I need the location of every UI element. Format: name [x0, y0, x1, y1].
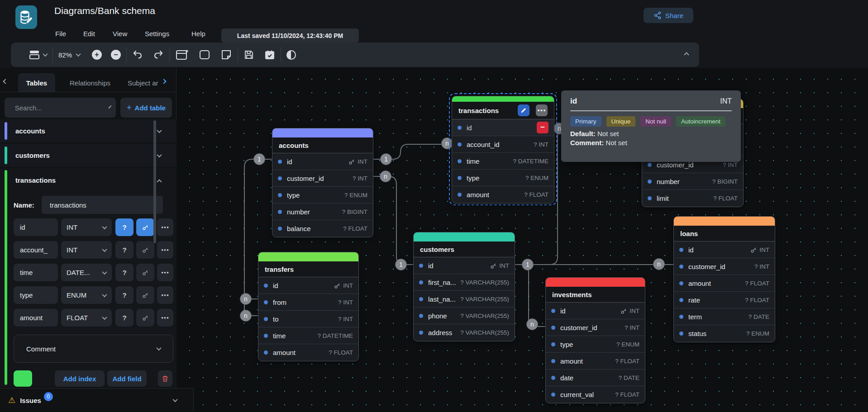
table-row[interactable]: from? INT [258, 294, 358, 311]
table-row[interactable]: to? INT [258, 311, 358, 327]
table-row[interactable]: term? DATE [674, 308, 775, 325]
table-row[interactable]: limit? FLOAT [642, 190, 743, 207]
primary-key-toggle[interactable] [136, 286, 154, 304]
table-row[interactable]: amount? FLOAT [452, 186, 554, 203]
delete-field-button[interactable]: − [537, 122, 548, 133]
zoom-out-button[interactable]: − [111, 50, 121, 60]
chevron-down-icon[interactable] [157, 128, 162, 133]
primary-key-toggle[interactable] [136, 264, 154, 281]
table-row[interactable]: id INT [414, 257, 515, 274]
table-row[interactable]: id INT [272, 153, 373, 170]
table-row[interactable]: amount? FLOAT [546, 353, 645, 369]
nullable-toggle[interactable]: ? [115, 286, 134, 304]
chevron-down-icon[interactable] [157, 152, 162, 157]
zoom-level-dropdown[interactable]: 82% [58, 51, 80, 59]
search-input[interactable] [15, 104, 105, 112]
menu-edit[interactable]: Edit [83, 30, 95, 38]
table-row[interactable]: customer_id? INT [546, 319, 645, 336]
menu-settings[interactable]: Settings [145, 30, 169, 38]
delete-table-button[interactable] [158, 370, 172, 387]
field-options-button[interactable]: ●●● [157, 286, 173, 304]
table-row[interactable]: number? BIGINT [272, 204, 373, 220]
table-name-input[interactable] [42, 196, 163, 214]
field-name-input[interactable]: account_ [14, 241, 58, 259]
chevron-down-icon[interactable] [172, 397, 177, 402]
field-type-select[interactable]: FLOAT [61, 309, 112, 327]
comment-collapse[interactable]: Comment [14, 335, 173, 363]
field-name-input[interactable]: amount [14, 309, 58, 327]
table-row[interactable]: time? DATETIME [452, 153, 554, 170]
table-row[interactable]: balance? FLOAT [272, 220, 373, 237]
primary-key-toggle[interactable] [136, 218, 154, 236]
table-menu-button[interactable]: ●●● [536, 104, 548, 116]
table-row[interactable]: time? DATETIME [258, 327, 358, 344]
table-row[interactable]: id INT [546, 303, 645, 319]
table-row-hovered[interactable]: id − [452, 119, 554, 136]
table-transactions[interactable]: transactions ●●● id − account_id? INT ti… [452, 96, 554, 204]
redo-button[interactable] [153, 49, 164, 60]
field-type-select[interactable]: DATE... [61, 264, 112, 281]
sidebar-scrollbar[interactable] [153, 120, 156, 243]
table-row[interactable]: type? ENUM [272, 187, 373, 204]
table-row[interactable]: current_val? FLOAT [546, 386, 645, 403]
add-note-button[interactable] [220, 49, 232, 61]
field-type-select[interactable]: INT [61, 218, 112, 236]
nullable-toggle[interactable]: ? [115, 218, 134, 236]
tab-relationships[interactable]: Relationships [61, 73, 119, 92]
table-row[interactable]: first_na...? VARCHAR(255) [414, 274, 515, 291]
table-transfers[interactable]: transfers id INT from? INT to? INT time?… [258, 252, 359, 361]
table-row[interactable]: id INT [258, 277, 358, 294]
table-row[interactable]: amount? FLOAT [674, 275, 775, 292]
save-button[interactable] [243, 49, 254, 60]
theme-toggle-button[interactable] [286, 50, 296, 60]
table-row[interactable]: id INT [674, 242, 775, 258]
add-field-button[interactable]: Add field [107, 370, 147, 387]
primary-key-toggle[interactable] [136, 309, 154, 327]
table-row[interactable]: phone? VARCHAR(255) [414, 308, 515, 324]
add-table-button[interactable]: + Add table [120, 98, 172, 118]
sidebar-item-label[interactable]: transactions [15, 168, 56, 192]
add-index-button[interactable]: Add index [55, 370, 105, 387]
field-options-button[interactable]: ●●● [157, 264, 173, 281]
table-row[interactable]: number? BIGINT [642, 173, 743, 190]
table-row[interactable]: customer_id? INT [674, 258, 775, 275]
layout-menu-button[interactable] [29, 50, 47, 60]
tab-subject-areas[interactable]: Subject ar [128, 73, 162, 92]
table-row[interactable]: rate? FLOAT [674, 292, 775, 308]
primary-key-toggle[interactable] [136, 241, 154, 259]
tab-tables[interactable]: Tables [18, 73, 55, 92]
field-options-button[interactable]: ●●● [157, 218, 173, 236]
nullable-toggle[interactable]: ? [115, 309, 134, 327]
table-row[interactable]: date? DATE [546, 369, 645, 386]
table-row[interactable]: customer_id? INT [272, 170, 373, 187]
nullable-toggle[interactable]: ? [115, 264, 134, 281]
table-accounts[interactable]: accounts id INT customer_id? INT type? E… [272, 128, 373, 237]
table-row[interactable]: amount? FLOAT [258, 344, 358, 361]
sidebar-item-accounts[interactable]: accounts [0, 119, 176, 142]
chevron-up-icon[interactable] [157, 179, 162, 184]
add-area-button[interactable] [199, 49, 210, 60]
table-row[interactable]: type? ENUM [452, 170, 554, 186]
table-color-swatch[interactable] [14, 370, 32, 387]
table-loans[interactable]: loans id INT customer_id? INT amount? FL… [673, 216, 775, 342]
search-combobox[interactable] [5, 98, 116, 118]
add-table-tool-button[interactable] [175, 49, 189, 61]
field-type-select[interactable]: INT [61, 241, 112, 259]
nullable-toggle[interactable]: ? [115, 241, 134, 259]
field-name-input[interactable]: type [14, 286, 58, 304]
field-name-input[interactable]: id [14, 218, 58, 236]
table-investments[interactable]: investments id INT customer_id? INT type… [545, 277, 645, 403]
sidebar-item-customers[interactable]: customers [0, 144, 176, 167]
menu-file[interactable]: File [55, 30, 66, 38]
table-customers[interactable]: customers id INT first_na...? VARCHAR(25… [413, 232, 515, 341]
field-options-button[interactable]: ●●● [157, 309, 173, 327]
share-button[interactable]: Share [644, 8, 693, 23]
edit-table-button[interactable] [518, 104, 529, 116]
table-row[interactable]: address? VARCHAR(255) [414, 324, 515, 341]
field-options-button[interactable]: ●●● [157, 241, 173, 259]
tabs-scroll-left-button[interactable] [4, 80, 7, 83]
undo-button[interactable] [132, 49, 143, 60]
tabs-scroll-right-button[interactable] [162, 80, 166, 83]
menu-view[interactable]: View [113, 30, 127, 38]
menu-help[interactable]: Help [191, 30, 205, 38]
